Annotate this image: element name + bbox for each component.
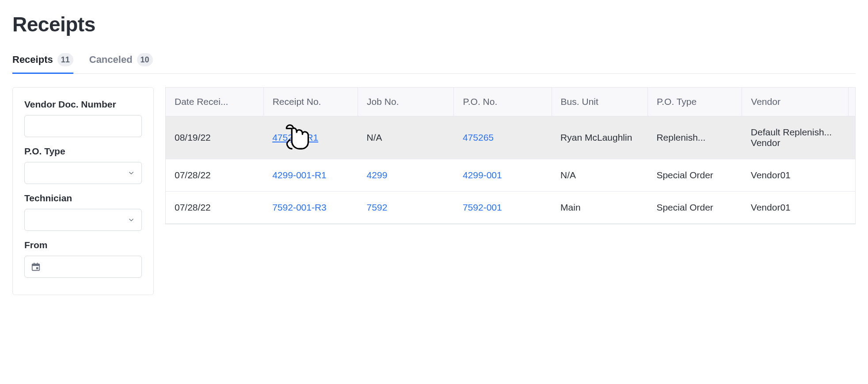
po-no-link[interactable]: 475265 <box>463 132 494 142</box>
cell-vendor: Vendor01 <box>742 159 849 192</box>
col-po-no[interactable]: P.O. No. <box>454 88 552 116</box>
page-title: Receipts <box>12 12 856 36</box>
tab-receipts[interactable]: Receipts 11 <box>12 49 73 73</box>
tab-label: Canceled <box>89 54 133 65</box>
cell-po-type: Replenish... <box>647 116 742 159</box>
from-date-input[interactable] <box>24 256 142 278</box>
cell-bus-unit: Main <box>552 192 647 224</box>
tabs: Receipts 11 Canceled 10 <box>12 49 856 74</box>
cell-vendor: Default Replenish... Vendor <box>742 116 849 159</box>
table-header-row: Date Recei... Receipt No. Job No. P.O. N… <box>166 88 855 116</box>
receipt-no-link[interactable]: 475265-R1 <box>272 132 318 142</box>
col-vendor[interactable]: Vendor <box>742 88 849 116</box>
table-row[interactable]: 08/19/22 475265-R1 N/A 475265 <box>166 116 855 159</box>
calendar-icon <box>31 262 41 272</box>
tab-count-badge: 10 <box>137 53 153 66</box>
vendor-doc-input[interactable] <box>24 115 142 137</box>
chevron-down-icon <box>127 169 135 177</box>
tab-canceled[interactable]: Canceled 10 <box>89 49 153 73</box>
filter-label-vendor-doc: Vendor Doc. Number <box>24 99 142 110</box>
cell-bus-unit: N/A <box>552 159 647 192</box>
po-type-select[interactable] <box>24 162 142 184</box>
cell-bus-unit: Ryan McLaughlin <box>552 116 647 159</box>
tab-label: Receipts <box>12 54 53 65</box>
col-bus-unit[interactable]: Bus. Unit <box>552 88 647 116</box>
receipt-no-link[interactable]: 4299-001-R1 <box>272 170 327 180</box>
col-scrollbar-gutter <box>848 88 855 116</box>
cell-date-received: 08/19/22 <box>166 116 263 159</box>
table-row[interactable]: 07/28/22 4299-001-R1 4299 4299-001 N/A S… <box>166 159 855 192</box>
filter-label-from: From <box>24 240 142 250</box>
cell-date-received: 07/28/22 <box>166 159 263 192</box>
receipts-table: Date Recei... Receipt No. Job No. P.O. N… <box>165 87 856 224</box>
po-no-link[interactable]: 7592-001 <box>463 202 502 212</box>
receipt-no-link[interactable]: 7592-001-R3 <box>272 202 327 212</box>
cell-vendor: Vendor01 <box>742 192 849 224</box>
col-receipt-no[interactable]: Receipt No. <box>263 88 358 116</box>
chevron-down-icon <box>127 216 135 224</box>
cell-po-type: Special Order <box>647 159 742 192</box>
cell-po-type: Special Order <box>647 192 742 224</box>
job-no-link[interactable]: 4299 <box>367 170 388 180</box>
table-row[interactable]: 07/28/22 7592-001-R3 7592 7592-001 Main … <box>166 192 855 224</box>
col-job-no[interactable]: Job No. <box>358 88 454 116</box>
job-no-link[interactable]: 7592 <box>367 202 388 212</box>
filter-label-technician: Technician <box>24 193 142 204</box>
filter-label-po-type: P.O. Type <box>24 146 142 157</box>
filter-panel: Vendor Doc. Number P.O. Type Technician <box>12 87 154 295</box>
col-po-type[interactable]: P.O. Type <box>647 88 742 116</box>
svg-rect-1 <box>32 264 40 266</box>
col-date-received[interactable]: Date Recei... <box>166 88 263 116</box>
cell-job-no: N/A <box>358 116 454 159</box>
tab-count-badge: 11 <box>57 53 73 66</box>
po-no-link[interactable]: 4299-001 <box>463 170 502 180</box>
svg-rect-4 <box>36 267 38 269</box>
technician-select[interactable] <box>24 209 142 231</box>
cell-date-received: 07/28/22 <box>166 192 263 224</box>
